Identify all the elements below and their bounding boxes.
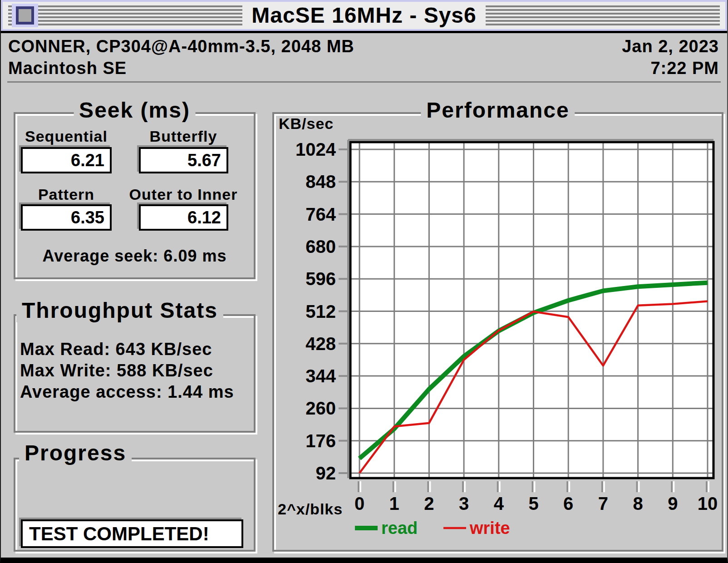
throughput-panel-title: Throughput Stats	[16, 299, 223, 322]
progress-panel: Progress TEST COMPLETED!	[14, 458, 256, 552]
seek-panel-title: Seek (ms)	[74, 99, 196, 122]
y-tick-label: 764	[305, 204, 336, 224]
drive-info: CONNER, CP304@A-40mm-3.5, 2048 MB	[8, 37, 354, 56]
x-tick-label: 3	[459, 494, 469, 514]
write-legend-label: write	[469, 519, 510, 538]
x-tick-label: 2	[424, 494, 434, 514]
x-tick-label: 5	[528, 494, 538, 514]
seek-value-sequential: 6.21	[21, 147, 112, 173]
x-tick-label: 4	[494, 494, 504, 514]
window-content: CONNER, CP304@A-40mm-3.5, 2048 MB Macint…	[1, 33, 727, 558]
window-title-bar[interactable]: MacSE 16MHz - Sys6	[1, 0, 727, 31]
read-legend-label: read	[381, 519, 418, 538]
max-read-stat: Max Read: 643 KB/sec	[20, 340, 212, 359]
x-tick-label: 8	[633, 494, 643, 514]
seek-label-pattern: Pattern	[21, 186, 112, 203]
header-divider	[7, 81, 721, 83]
y-tick-label: 1024	[295, 139, 336, 159]
date-label: Jan 2, 2023	[622, 37, 719, 56]
performance-panel-title: Performance	[421, 99, 575, 122]
x-tick-label: 10	[698, 494, 718, 514]
performance-panel: Performance KB/sec 2^x/blks 102484876468…	[272, 112, 723, 552]
y-tick-label: 176	[305, 431, 336, 451]
y-tick-label: 848	[305, 172, 336, 192]
progress-status-text: TEST COMPLETED!	[29, 523, 209, 544]
y-axis-unit-label: KB/sec	[279, 115, 334, 133]
x-tick-label: 9	[668, 494, 678, 514]
x-tick-label: 1	[389, 494, 399, 514]
progress-status-box: TEST COMPLETED!	[21, 519, 243, 548]
x-axis-unit-label: 2^x/blks	[278, 500, 343, 518]
y-tick-label: 512	[305, 301, 336, 321]
y-tick-label: 92	[316, 463, 336, 483]
benchmark-window: MacSE 16MHz - Sys6 CONNER, CP304@A-40mm-…	[0, 0, 728, 563]
seek-label-sequential: Sequential	[21, 128, 112, 145]
y-tick-label: 260	[305, 398, 336, 418]
seek-value-butterfly: 5.67	[139, 147, 228, 173]
y-tick-label: 680	[305, 237, 336, 257]
average-access-stat: Average access: 1.44 ms	[20, 382, 234, 402]
x-tick-label: 0	[354, 494, 364, 514]
seek-label-outer-to-inner: Outer to Inner	[129, 186, 238, 203]
average-seek-label: Average seek: 6.09 ms	[15, 247, 254, 266]
progress-panel-title: Progress	[19, 441, 132, 465]
seek-value-pattern: 6.35	[21, 204, 112, 231]
seek-panel: Seek (ms) Sequential Butterfly 6.21 5.67…	[14, 112, 256, 279]
y-tick-label: 428	[305, 334, 336, 354]
throughput-panel: Throughput Stats Max Read: 643 KB/sec Ma…	[14, 314, 256, 433]
machine-name: Macintosh SE	[8, 59, 127, 78]
y-tick-label: 596	[305, 269, 336, 289]
performance-chart: 1024848764680596512428344260176920123456…	[274, 114, 722, 550]
max-write-stat: Max Write: 588 KB/sec	[20, 361, 213, 380]
window-title-wrap: MacSE 16MHz - Sys6	[3, 2, 725, 29]
x-tick-label: 6	[563, 494, 573, 514]
window-title: MacSE 16MHz - Sys6	[242, 3, 486, 28]
x-tick-label: 7	[598, 494, 608, 514]
time-label: 7:22 PM	[650, 59, 719, 78]
seek-label-butterfly: Butterfly	[129, 128, 238, 145]
seek-value-outer-to-inner: 6.12	[139, 204, 228, 231]
y-tick-label: 344	[305, 366, 336, 386]
